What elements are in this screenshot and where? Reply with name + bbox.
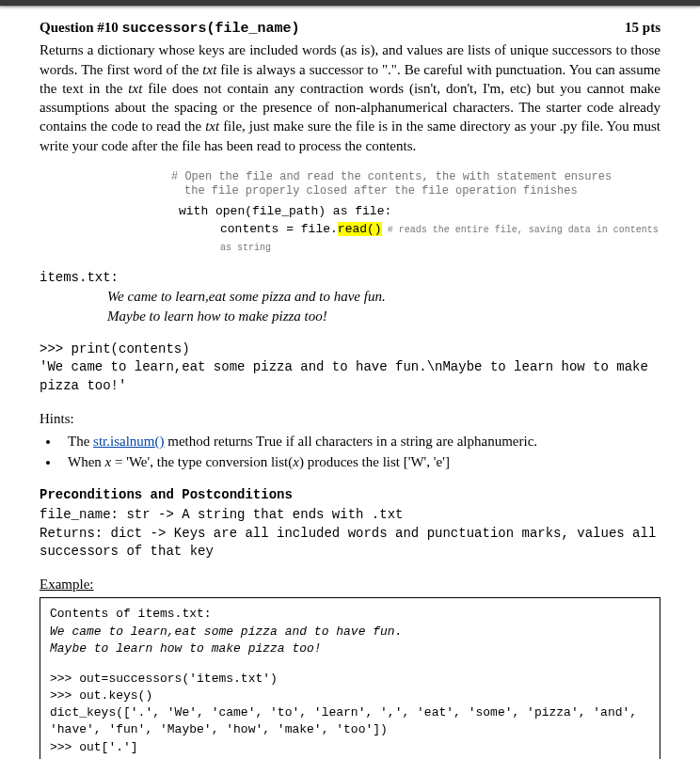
print-output: 'We came to learn,eat some pizza and to … (40, 359, 656, 393)
items-line2: Maybe to learn how to make pizza too! (107, 307, 660, 325)
code-with-line: with open(file_path) as file: (179, 203, 660, 221)
preconditions-title: Preconditions and Postconditions (40, 486, 660, 504)
code-contents-line: contents = file.read() # reads the entir… (179, 221, 660, 257)
code-contents-pre: contents = file. (220, 222, 338, 236)
print-cmd: >>> print(contents) (40, 341, 190, 356)
isalnum-link[interactable]: str.isalnum() (93, 434, 164, 449)
hints-list: The str.isalnum() method returns True if… (60, 432, 660, 472)
example-file-line2: Maybe to learn how to make pizza too! (50, 640, 650, 657)
question-number: Question #10 (40, 20, 119, 35)
question-title: Question #10 successors(file_name) (40, 18, 300, 39)
hint-item-2: When x = 'We', the type conversion list(… (60, 452, 660, 471)
hint1-post: method returns True if all characters in… (165, 434, 538, 449)
code-open-block: with open(file_path) as file: contents =… (40, 203, 660, 257)
spacer (50, 657, 650, 671)
code-comment-line2: the file properly closed after the file … (171, 184, 660, 199)
example-cmd2: >>> out.keys() (50, 688, 650, 704)
code-comment-line1: # Open the file and read the contents, t… (171, 170, 660, 185)
items-line1: We came to learn,eat some pizza and to h… (107, 287, 660, 306)
example-contents-label: Contents of items.txt: (50, 606, 650, 623)
code-comment: # Open the file and read the contents, t… (40, 170, 660, 199)
example-box: Contents of items.txt: We came to learn,… (40, 597, 660, 759)
code-read-call: read() (338, 222, 382, 236)
hint1-pre: The (68, 434, 93, 449)
example-file-line1: We came to learn,eat some pizza and to h… (50, 624, 650, 640)
precond-line2: Returns: dict -> Keys are all included w… (40, 525, 660, 561)
example-label: Example: (40, 575, 660, 593)
items-file-contents: We came to learn,eat some pizza and to h… (40, 287, 660, 325)
document-page: Question #10 successors(file_name) 15 pt… (0, 7, 700, 759)
print-output-block: >>> print(contents) 'We came to learn,ea… (40, 340, 660, 396)
question-header: Question #10 successors(file_name) 15 pt… (40, 18, 660, 39)
preconditions-block: file_name: str -> A string that ends wit… (40, 506, 660, 561)
function-signature: successors(file_name) (122, 21, 300, 37)
example-keys-output: dict_keys(['.', 'We', 'came', 'to', 'lea… (50, 704, 650, 738)
hint-item-1: The str.isalnum() method returns True if… (60, 432, 660, 451)
question-description: Returns a dictionary whose keys are incl… (40, 40, 660, 155)
window-top-bar (0, 0, 700, 7)
precond-line1: file_name: str -> A string that ends wit… (40, 506, 660, 525)
items-file-label: items.txt: (40, 269, 660, 287)
example-cmd3: >>> out['.'] (50, 739, 650, 756)
example-cmd1: >>> out=successors('items.txt') (50, 671, 650, 688)
hints-label: Hints: (40, 409, 660, 428)
question-points: 15 pts (625, 18, 660, 37)
